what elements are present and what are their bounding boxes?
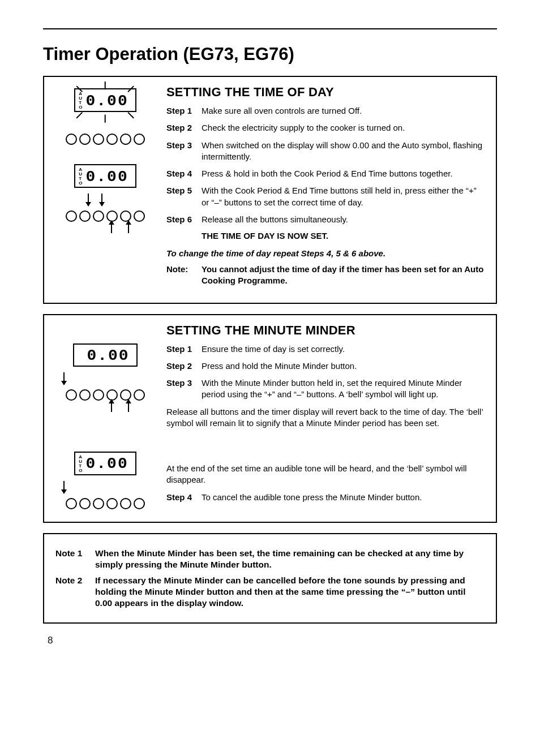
timer-button[interactable]	[134, 389, 145, 401]
step-label: Step 5	[166, 185, 202, 208]
timer-display: AUTO 0.00	[74, 88, 136, 112]
step-text: Press & hold in both the Cook Period & E…	[202, 168, 486, 179]
arrow-up-icon	[111, 400, 112, 412]
timer-button[interactable]	[93, 389, 104, 401]
timer-button[interactable]	[79, 211, 91, 222]
arrow-down-icon	[63, 481, 65, 493]
step-label: Step 3	[166, 377, 202, 401]
timer-button[interactable]	[120, 498, 131, 509]
step-text: With the Minute Minder button held in, s…	[202, 377, 486, 401]
note-label: Note 2	[55, 575, 95, 609]
arrow-down-icon	[63, 372, 65, 385]
timer-button[interactable]	[134, 134, 145, 145]
timer-button[interactable]	[120, 134, 131, 145]
timer-button[interactable]	[79, 389, 91, 401]
note-label: Note 1	[55, 548, 95, 570]
timer-button[interactable]	[66, 211, 77, 222]
timer-button[interactable]	[93, 134, 104, 145]
arrow-up-icon	[128, 221, 129, 233]
timer-buttons-row	[66, 389, 145, 401]
section-heading: SETTING THE MINUTE MINDER	[166, 323, 486, 338]
step-label: Step 4	[166, 168, 202, 179]
auto-indicator: AUTO	[79, 455, 82, 473]
step-label: Step 2	[166, 360, 202, 372]
step-label: Step 1	[166, 105, 202, 117]
timer-button[interactable]	[66, 498, 77, 509]
timer-button[interactable]	[66, 134, 77, 145]
illustration-minute-minder: 0.00 AUTO 0.00	[54, 323, 156, 509]
arrow-down-icon	[101, 194, 102, 206]
auto-indicator: AUTO	[79, 92, 82, 110]
arrow-up-icon	[111, 221, 112, 233]
paragraph: At the end of the set time an audible to…	[166, 463, 486, 486]
page-number: 8	[48, 635, 497, 646]
timer-button[interactable]	[106, 134, 118, 145]
note-text: You cannot adjust the time of day if the…	[202, 264, 486, 287]
timer-button[interactable]	[134, 211, 145, 222]
step-label: Step 4	[166, 492, 202, 503]
timer-button[interactable]	[93, 498, 104, 509]
timer-button[interactable]	[66, 389, 77, 401]
timer-button[interactable]	[93, 211, 104, 222]
page-title: Timer Operation (EG73, EG76)	[43, 44, 497, 65]
step-label: Step 6	[166, 214, 202, 225]
timer-display: 0.00	[73, 343, 137, 367]
step-text: Ensure the time of day is set correctly.	[202, 343, 486, 355]
display-value: 0.00	[86, 455, 128, 472]
top-rule	[43, 28, 497, 29]
timer-button[interactable]	[79, 134, 91, 145]
timer-buttons-row	[66, 211, 145, 222]
time-set-confirmation: THE TIME OF DAY IS NOW SET.	[202, 231, 486, 240]
timer-button[interactable]	[79, 498, 91, 509]
timer-button[interactable]	[106, 498, 118, 509]
illustration-time-of-day: AUTO 0.00 AUTO 0.00	[54, 85, 156, 233]
timer-buttons-row	[66, 134, 145, 145]
note-text: If necessary the Minute Minder can be ca…	[95, 575, 485, 609]
panel-minute-minder: 0.00 AUTO 0.00	[43, 314, 497, 523]
step-text: When switched on the display will show 0…	[202, 140, 486, 163]
timer-display: AUTO 0.00	[74, 164, 136, 188]
panel-time-of-day: AUTO 0.00 AUTO 0.00	[43, 76, 497, 304]
display-value: 0.00	[86, 92, 128, 110]
step-label: Step 1	[166, 343, 202, 355]
note-label: Note:	[166, 264, 202, 287]
timer-buttons-row	[66, 498, 145, 509]
step-text: Check the electricity supply to the cook…	[202, 122, 486, 134]
step-text: Make sure all oven controls are turned O…	[202, 105, 486, 117]
section-heading: SETTING THE TIME OF DAY	[166, 85, 486, 100]
display-value: 0.00	[86, 168, 128, 186]
paragraph: Release all buttons and the timer displa…	[166, 406, 486, 429]
panel-notes: Note 1 When the Minute Minder has been s…	[43, 533, 497, 624]
step-label: Step 2	[166, 122, 202, 134]
step-text: With the Cook Period & End Time buttons …	[202, 185, 486, 208]
svg-line-3	[76, 113, 82, 118]
arrow-up-icon	[128, 400, 129, 412]
arrow-down-icon	[88, 194, 89, 206]
step-text: Press and hold the Minute Minder button.	[202, 360, 486, 372]
timer-button[interactable]	[134, 498, 145, 509]
auto-indicator: AUTO	[79, 167, 82, 186]
step-text: Release all the buttons simultaneously.	[202, 214, 486, 225]
note-text: When the Minute Minder has been set, the…	[95, 548, 485, 570]
timer-display: AUTO 0.00	[74, 452, 136, 475]
step-text: To cancel the audible tone press the Min…	[202, 492, 486, 503]
svg-line-5	[128, 113, 134, 118]
display-value: 0.00	[87, 347, 129, 364]
change-instruction: To change the time of day repeat Steps 4…	[166, 248, 486, 258]
step-label: Step 3	[166, 140, 202, 163]
